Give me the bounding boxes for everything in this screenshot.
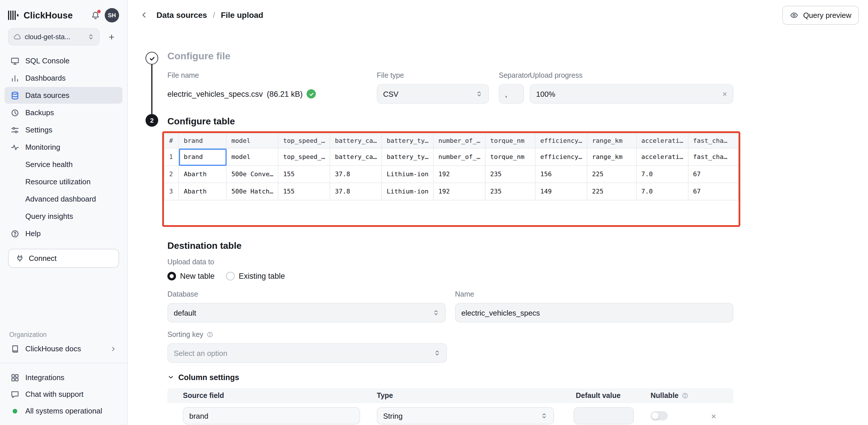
table-cell[interactable]: 155 bbox=[278, 183, 330, 200]
table-cell[interactable]: 225 bbox=[587, 183, 636, 200]
table-cell[interactable]: fast_cha… bbox=[688, 148, 738, 166]
chevron-up-down-icon bbox=[87, 33, 94, 40]
sidebar-item-label: Monitoring bbox=[25, 143, 60, 151]
column-settings-toggle[interactable]: Column settings bbox=[167, 372, 868, 382]
sidebar-item-chat-support[interactable]: Chat with support bbox=[5, 386, 123, 402]
sorting-key-placeholder: Select an option bbox=[174, 349, 227, 357]
query-preview-button[interactable]: Query preview bbox=[782, 5, 859, 25]
back-button[interactable] bbox=[137, 7, 152, 23]
table-cell[interactable]: 235 bbox=[485, 183, 535, 200]
clear-icon[interactable]: × bbox=[722, 90, 727, 98]
table-cell[interactable]: 149 bbox=[535, 183, 587, 200]
upload-progress-field[interactable]: 100% × bbox=[530, 84, 734, 104]
table-cell[interactable]: 67 bbox=[688, 183, 738, 200]
table-cell[interactable]: Abarth bbox=[179, 166, 227, 183]
service-selector[interactable]: cloud-get-sta... bbox=[8, 28, 99, 46]
file-size-value: (86.21 kB) bbox=[267, 89, 303, 98]
column-settings-label: Column settings bbox=[178, 373, 239, 381]
avatar[interactable]: SH bbox=[105, 8, 119, 23]
table-cell[interactable]: battery_ca… bbox=[330, 148, 382, 166]
table-cell[interactable]: number_of_… bbox=[433, 148, 485, 166]
sidebar-item-label: Data sources bbox=[25, 91, 69, 100]
sidebar-item-service-health[interactable]: Service health bbox=[5, 156, 123, 173]
table-cell[interactable]: 37.8 bbox=[330, 166, 382, 183]
sidebar-item-data-sources[interactable]: Data sources bbox=[5, 87, 123, 104]
file-type-select[interactable]: CSV bbox=[377, 84, 489, 104]
file-name-value: electric_vehicles_specs.csv bbox=[167, 89, 263, 98]
table-header-row: # brand model top_speed_… battery_ca… ba… bbox=[164, 133, 738, 148]
add-service-button[interactable]: + bbox=[104, 29, 119, 44]
table-cell[interactable]: battery_ty… bbox=[382, 148, 433, 166]
connect-button[interactable]: Connect bbox=[8, 249, 119, 268]
table-cell[interactable]: 7.0 bbox=[637, 183, 688, 200]
table-cell[interactable]: 155 bbox=[278, 166, 330, 183]
chat-icon bbox=[10, 390, 20, 399]
table-cell[interactable]: 37.8 bbox=[330, 183, 382, 200]
row-number: 1 bbox=[164, 148, 179, 166]
remove-column-icon[interactable]: × bbox=[711, 412, 716, 420]
table-cell[interactable]: accelerati… bbox=[637, 148, 688, 166]
sidebar-item-query-insights[interactable]: Query insights bbox=[5, 208, 123, 225]
sidebar-item-advanced-dashboard[interactable]: Advanced dashboard bbox=[5, 191, 123, 207]
sidebar-item-backups[interactable]: Backups bbox=[5, 104, 123, 121]
table-cell[interactable]: 500e Hatch… bbox=[227, 183, 278, 200]
default-value-input[interactable] bbox=[574, 407, 634, 424]
table-name-input[interactable]: electric_vehicles_specs bbox=[455, 303, 734, 322]
sidebar-item-monitoring[interactable]: Monitoring bbox=[5, 139, 123, 155]
sidebar-item-system-status[interactable]: All systems operational bbox=[5, 402, 123, 419]
info-icon bbox=[681, 392, 688, 399]
col-header-type: Type bbox=[361, 392, 560, 400]
notifications-bell-icon[interactable] bbox=[91, 11, 100, 20]
table-cell-selected[interactable]: brand bbox=[179, 148, 227, 166]
database-label: Database bbox=[167, 290, 446, 298]
sidebar-item-dashboards[interactable]: Dashboards bbox=[5, 70, 123, 86]
table-cell[interactable]: 225 bbox=[587, 166, 636, 183]
table-cell[interactable]: Lithium-ion bbox=[382, 183, 433, 200]
column-header: top_speed_… bbox=[278, 133, 330, 148]
table-cell[interactable]: range_km bbox=[587, 148, 636, 166]
sidebar-item-resource-utilization[interactable]: Resource utilization bbox=[5, 173, 123, 190]
column-header: torque_nm bbox=[485, 133, 535, 148]
sidebar-item-settings[interactable]: Settings bbox=[5, 121, 123, 138]
sidebar-item-integrations[interactable]: Integrations bbox=[5, 369, 123, 386]
configure-file-title: Configure file bbox=[167, 51, 868, 62]
column-header: number_of_… bbox=[433, 133, 485, 148]
table-cell[interactable]: 156 bbox=[535, 166, 587, 183]
table-cell[interactable]: Lithium-ion bbox=[382, 166, 433, 183]
sidebar-item-sql-console[interactable]: SQL Console bbox=[5, 52, 123, 69]
table-cell[interactable]: Abarth bbox=[179, 183, 227, 200]
radio-new-table[interactable]: New table bbox=[167, 272, 215, 280]
column-header: # bbox=[164, 133, 179, 148]
separator-input[interactable]: , bbox=[499, 84, 524, 104]
sidebar-item-clickhouse-docs[interactable]: ClickHouse docs bbox=[5, 340, 123, 357]
table-cell[interactable]: top_speed_… bbox=[278, 148, 330, 166]
database-select[interactable]: default bbox=[167, 303, 446, 322]
table-cell[interactable]: 235 bbox=[485, 166, 535, 183]
table-cell[interactable]: 192 bbox=[433, 166, 485, 183]
sorting-key-select[interactable]: Select an option bbox=[167, 343, 447, 363]
chevron-up-down-icon bbox=[434, 349, 441, 357]
docs-icon bbox=[10, 344, 20, 353]
radio-existing-table[interactable]: Existing table bbox=[226, 272, 285, 280]
eye-icon bbox=[790, 11, 798, 19]
sidebar-item-help[interactable]: Help bbox=[5, 225, 123, 242]
table-cell[interactable]: 7.0 bbox=[637, 166, 688, 183]
table-cell[interactable]: efficiency… bbox=[535, 148, 587, 166]
column-settings-row: brand String × bbox=[167, 403, 734, 425]
radio-selected-icon bbox=[167, 272, 176, 280]
table-cell[interactable]: torque_nm bbox=[485, 148, 535, 166]
type-select[interactable]: String bbox=[377, 407, 554, 424]
table-cell[interactable]: 192 bbox=[433, 183, 485, 200]
table-cell[interactable]: 67 bbox=[688, 166, 738, 183]
nullable-toggle[interactable] bbox=[651, 411, 668, 420]
database-icon bbox=[10, 91, 20, 100]
settings-icon bbox=[10, 125, 20, 135]
breadcrumb-data-sources[interactable]: Data sources bbox=[156, 10, 207, 20]
file-type-label: File type bbox=[377, 72, 499, 80]
file-type-value: CSV bbox=[383, 89, 398, 98]
sorting-key-block: Sorting key Select an option bbox=[167, 331, 868, 363]
source-field-input[interactable]: brand bbox=[183, 407, 360, 424]
toggle-knob bbox=[652, 412, 659, 419]
table-cell[interactable]: 500e Conve… bbox=[227, 166, 278, 183]
table-cell[interactable]: model bbox=[227, 148, 278, 166]
